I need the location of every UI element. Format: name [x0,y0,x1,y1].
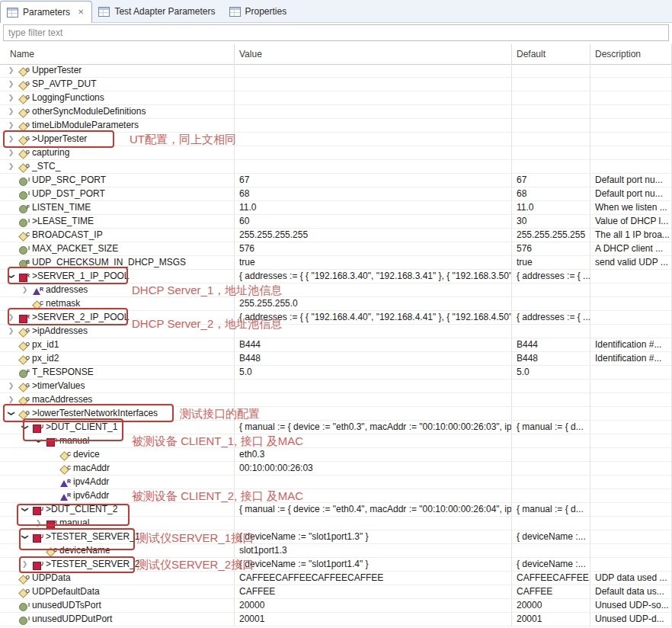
chevron-collapsed-icon[interactable]: ❯ [32,517,45,530]
table-row[interactable]: ❯CBROADCAST_IP255.255.255.255255.255.255… [0,229,672,242]
column-header-value[interactable]: Value [235,44,512,64]
column-header-name[interactable]: Name [0,44,235,64]
param-default-cell: { deviceName :... [512,558,590,572]
chevron-collapsed-icon[interactable]: ❯ [5,91,18,104]
param-name-cell: ❯IUDP_SRC_PORT [0,174,235,187]
table-row[interactable]: ❯IunusedUDPDutPort2000120001Unused UDP-d… [0,613,672,626]
table-row[interactable]: ❯IUDP_DST_PORT6868Default port nu... [0,187,672,201]
table-row[interactable]: ❯U>DUT_CLIENT_1{ manual := { device := "… [0,421,672,434]
chevron-expanded-icon[interactable]: ❯ [5,270,18,283]
table-row[interactable]: ❯G>timerValues [0,380,672,393]
param-default-cell [512,119,590,133]
param-default-cell [512,133,590,146]
tab-properties[interactable]: Properties [223,1,295,22]
chevron-collapsed-icon[interactable]: ❯ [5,393,18,406]
table-row[interactable]: ❯GotherSyncModuleDefinitions [0,105,672,119]
table-row[interactable]: ❯CmacAddr00:10:00:00:26:03 [0,462,672,476]
param-description-cell [590,462,672,476]
chevron-collapsed-icon[interactable]: ❯ [5,133,18,146]
column-header-description[interactable]: Description [590,44,672,64]
chevron-collapsed-icon[interactable]: ❯ [5,146,18,159]
table-row[interactable]: ❯GmacAddresses [0,393,672,407]
table-row[interactable]: ❯Cdeviceeth0.3 [0,448,672,462]
filter-input[interactable]: type filter text [3,24,669,41]
chevron-collapsed-icon[interactable]: ❯ [18,558,31,571]
param-name-cell: ❯Cnetmask [0,297,235,311]
chevron-expanded-icon[interactable]: ❯ [32,434,45,447]
table-row[interactable]: ❯G>ipAddresses [0,325,672,338]
param-default-cell [512,448,590,462]
param-value-cell: 255.255.255.255 [235,229,512,242]
table-row[interactable]: ❯FT_RESPONSE5.05.0 [0,366,672,380]
table-row[interactable]: ❯IMAX_PACKET_SIZE576576A DHCP client ... [0,242,672,256]
param-value-cell: { deviceName := "slot1port1.3" } [235,530,512,544]
table-row[interactable]: ❯U>DUT_CLIENT_2{ manual := { device := "… [0,503,672,517]
table-row[interactable]: ❯BUDP_CHECKSUM_IN_DHCP_MSGStruetruesend … [0,256,672,270]
chevron-collapsed-icon[interactable]: ❯ [5,311,18,324]
param-name-cell: ❯FT_RESPONSE [0,366,235,380]
chevron-expanded-icon[interactable]: ❯ [18,421,31,434]
table-row[interactable]: ❯GtimeLibModuleParameters [0,119,672,133]
chevron-collapsed-icon[interactable]: ❯ [5,78,18,91]
table-row[interactable]: ❯CdeviceNameslot1port1.3 [0,544,672,558]
table-row[interactable]: ❯Ripv6Addr [0,489,672,503]
param-name-cell: ❯IunusedUDPDutPort [0,613,235,626]
chevron-collapsed-icon[interactable]: ❯ [5,380,18,392]
table-row[interactable]: ❯FLISTEN_TIME11.011.0When we listen ... [0,201,672,215]
chevron-collapsed-icon[interactable]: ❯ [18,284,31,296]
close-icon[interactable]: ✕ [78,8,84,16]
parameter-rows: ❯GUpperTester❯GSP_AVTP_DUT❯GLoggingFunct… [0,64,672,626]
table-row[interactable]: ❯IUDP_SRC_PORT6767Default port nu... [0,174,672,187]
param-value-cell: 5.0 [235,366,512,380]
table-row[interactable]: ❯GLoggingFunctions [0,91,672,105]
table-row[interactable]: ❯Opx_id2B448B448Identification #... [0,352,672,366]
tab-test-adapter-parameters[interactable]: Test Adapter Parameters [92,1,222,22]
table-row[interactable]: ❯Opx_id1B444B444Identification #... [0,338,672,352]
table-row[interactable]: ❯G>lowerTesterNetworkInterfaces [0,407,672,421]
param-description-cell: Default port nu... [590,174,672,187]
chevron-collapsed-icon[interactable]: ❯ [5,105,18,118]
chevron-collapsed-icon[interactable]: ❯ [5,119,18,132]
param-default-cell [512,393,590,407]
table-row[interactable]: ❯I>LEASE_TIME6030Value of DHCP l... [0,215,672,229]
param-value-cell: 00:10:00:00:26:03 [235,462,512,476]
chevron-collapsed-icon[interactable]: ❯ [5,160,18,173]
table-row[interactable]: ❯IunusedUDTsPort2000020000Unused UDP-so.… [0,599,672,613]
param-name: SP_AVTP_DUT [32,78,96,91]
param-value-cell: B448 [235,352,512,366]
param-description-cell [590,105,672,119]
param-default-cell: { manual := { d... [512,421,590,434]
table-row[interactable]: ❯GSP_AVTP_DUT [0,78,672,91]
table-row[interactable]: ❯R>SERVER_2_IP_POOL{ addresses := { { "1… [0,311,672,325]
chevron-expanded-icon[interactable]: ❯ [5,407,18,420]
chevron-collapsed-icon[interactable]: ❯ [5,64,18,77]
param-description-cell [590,133,672,146]
table-row[interactable]: ❯Cnetmask255.255.255.0 [0,297,672,311]
param-description-cell: Unused UDP-so... [590,599,672,613]
table-row[interactable]: ❯Raddresses [0,284,672,297]
table-row[interactable]: ❯U>TESTER_SERVER_2{ deviceName := "slot1… [0,558,672,572]
parameters-view: Parameters ✕ Test Adapter Parameters Pro… [0,0,672,628]
integer-param-icon: I [18,614,30,626]
param-default-cell [512,489,590,503]
param-default-cell: 20001 [512,613,590,626]
chevron-collapsed-icon[interactable]: ❯ [5,325,18,338]
table-row[interactable]: ❯OUDPDefaultDataCAFFEECAFFEEDefault data… [0,585,672,599]
table-row[interactable]: ❯Ripv4Addr [0,476,672,489]
table-row[interactable]: ❯Rmanual [0,517,672,530]
table-row[interactable]: ❯OUDPDataCAFFEECAFFEECAFFEECAFFEECAFFEEC… [0,572,672,585]
table-row[interactable]: ❯R>SERVER_1_IP_POOL{ addresses := { { "1… [0,270,672,284]
table-row[interactable]: ❯U>TESTER_SERVER_1{ deviceName := "slot1… [0,530,672,544]
param-value-cell [235,133,512,146]
column-header-default[interactable]: Default [512,44,590,64]
table-row[interactable]: ❯G>UpperTester [0,133,672,146]
table-row[interactable]: ❯G_STC_ [0,160,672,174]
chevron-expanded-icon[interactable]: ❯ [18,530,31,543]
chevron-expanded-icon[interactable]: ❯ [18,503,31,516]
table-row[interactable]: ❯GUpperTester [0,64,672,78]
table-row[interactable]: ❯Gcapturing [0,146,672,160]
param-description-cell [590,448,672,462]
tab-parameters[interactable]: Parameters ✕ [0,1,92,23]
float-param-icon: F [18,367,30,379]
table-row[interactable]: ❯Rmanual [0,434,672,448]
